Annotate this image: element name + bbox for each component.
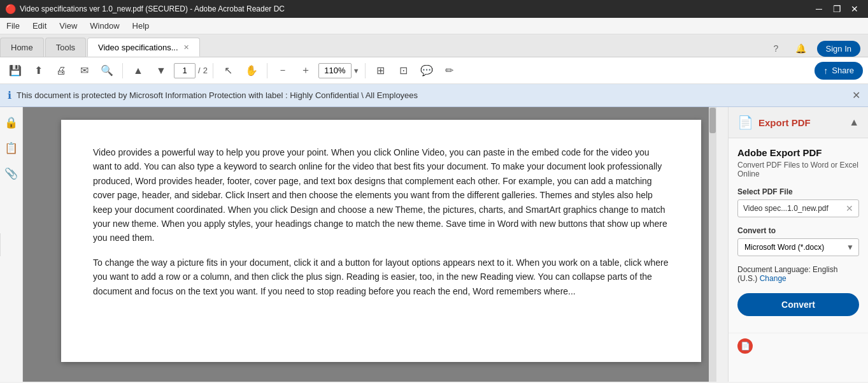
tab-bar: Home Tools Video specifications... ✕ ? 🔔… bbox=[0, 34, 868, 57]
pdf-area[interactable]: Video provides a powerful way to help yo… bbox=[23, 107, 716, 382]
tab-tools[interactable]: Tools bbox=[45, 38, 86, 57]
maximize-btn[interactable]: ❐ bbox=[829, 3, 845, 15]
nav-up-button[interactable]: ▲ bbox=[128, 61, 148, 81]
close-btn[interactable]: ✕ bbox=[846, 3, 863, 15]
menu-edit[interactable]: Edit bbox=[26, 18, 53, 33]
zoom-in-button[interactable]: ＋ bbox=[295, 61, 316, 81]
pdf-scrollbar[interactable] bbox=[709, 107, 716, 382]
right-panel-content: Adobe Export PDF Convert PDF Files to Wo… bbox=[729, 138, 868, 333]
title-controls[interactable]: ─ ❐ ✕ bbox=[811, 3, 863, 15]
bell-icon[interactable]: 🔔 bbox=[795, 43, 807, 55]
info-text: This document is protected by Microsoft … bbox=[17, 90, 418, 100]
email-button[interactable]: ✉ bbox=[74, 61, 94, 81]
tab-home-label: Home bbox=[11, 43, 33, 52]
lock-icon[interactable]: 🔒 bbox=[3, 113, 20, 131]
zoom-out-button[interactable]: － bbox=[273, 61, 293, 81]
export-description: Convert PDF Files to Word or Excel Onlin… bbox=[737, 161, 859, 178]
doc-language-row: Document Language: English (U.S.) Change bbox=[737, 265, 859, 283]
zoom-dropdown-icon[interactable]: ▼ bbox=[353, 67, 360, 75]
page-separator: / bbox=[198, 66, 201, 75]
create-pdf-icon: 📄 bbox=[737, 338, 753, 354]
info-close-icon[interactable]: ✕ bbox=[852, 89, 860, 101]
selected-file-name: Video spec...1.0_new.pdf bbox=[743, 204, 829, 213]
save-button[interactable]: 💾 bbox=[5, 61, 25, 81]
doc-language-label: Document Language: bbox=[737, 265, 811, 274]
info-icon: ℹ bbox=[8, 89, 11, 101]
pdf-page: Video provides a powerful way to help yo… bbox=[61, 120, 701, 362]
title-bar-left: 🔴 Video specifications ver 1.0_new.pdf (… bbox=[5, 4, 285, 14]
hand-tool[interactable]: ✋ bbox=[241, 61, 262, 81]
tab-close-icon[interactable]: ✕ bbox=[183, 43, 189, 52]
export-pdf-icon: 📄 bbox=[737, 115, 753, 130]
upload-button[interactable]: ⬆ bbox=[28, 61, 48, 81]
convert-to-wrapper: Microsoft Word (*.docx) Microsoft Excel … bbox=[737, 238, 859, 256]
page-total: 2 bbox=[203, 66, 208, 75]
toolbar-separator-1 bbox=[122, 63, 123, 78]
pdf-paragraph-1: Video provides a powerful way to help yo… bbox=[93, 145, 669, 245]
menu-bar: File Edit View Window Help bbox=[0, 18, 868, 34]
menu-file[interactable]: File bbox=[0, 18, 26, 33]
convert-to-label: Convert to bbox=[737, 226, 859, 235]
fit-page-button[interactable]: ⊞ bbox=[371, 61, 391, 81]
change-language-link[interactable]: Change bbox=[760, 274, 786, 283]
selected-file-box: Video spec...1.0_new.pdf ✕ bbox=[737, 199, 859, 217]
page-number-input[interactable] bbox=[174, 63, 196, 78]
adobe-export-title: Adobe Export PDF bbox=[737, 147, 859, 158]
pdf-scrollbar-thumb[interactable] bbox=[709, 108, 716, 133]
tab-document-label: Video specifications... bbox=[98, 43, 178, 52]
paperclip-icon[interactable]: 📎 bbox=[3, 164, 20, 182]
comment-button[interactable]: 💬 bbox=[416, 61, 437, 81]
convert-to-select[interactable]: Microsoft Word (*.docx) Microsoft Excel … bbox=[737, 238, 859, 256]
sign-in-button[interactable]: Sign In bbox=[817, 41, 860, 57]
tab-tools-label: Tools bbox=[56, 43, 75, 52]
left-sidebar: 🔒 📋 📎 bbox=[0, 107, 23, 382]
zoom-input[interactable] bbox=[318, 63, 352, 78]
minimize-btn[interactable]: ─ bbox=[811, 3, 827, 15]
title-bar: 🔴 Video specifications ver 1.0_new.pdf (… bbox=[0, 0, 868, 18]
pen-button[interactable]: ✏ bbox=[439, 61, 460, 81]
right-panel: 📄 Export PDF ▲ Adobe Export PDF Convert … bbox=[728, 107, 868, 382]
title-text: Video specifications ver 1.0_new.pdf (SE… bbox=[20, 4, 285, 13]
remove-file-icon[interactable]: ✕ bbox=[846, 203, 853, 213]
select-pdf-label: Select PDF File bbox=[737, 187, 859, 196]
convert-button[interactable]: Convert bbox=[737, 293, 859, 316]
nav-down-button[interactable]: ▼ bbox=[151, 61, 171, 81]
marquee-button[interactable]: ⊡ bbox=[394, 61, 414, 81]
toolbar-separator-3 bbox=[267, 63, 267, 78]
tab-home[interactable]: Home bbox=[0, 38, 44, 57]
pages-icon[interactable]: 📋 bbox=[3, 139, 20, 157]
tab-right-area: ? 🔔 Sign In bbox=[774, 41, 868, 57]
share-button[interactable]: ↑ Share bbox=[815, 62, 863, 80]
zoom-control: ▼ bbox=[318, 63, 360, 78]
help-circle-icon[interactable]: ? bbox=[774, 43, 785, 55]
tab-document[interactable]: Video specifications... ✕ bbox=[87, 38, 200, 57]
bottom-icon-area: 📄 bbox=[729, 333, 868, 359]
pointer-tool[interactable]: ↖ bbox=[218, 61, 239, 81]
info-bar: ℹ This document is protected by Microsof… bbox=[0, 84, 868, 107]
pdf-paragraph-2: To change the way a picture fits in your… bbox=[93, 256, 669, 298]
print-button[interactable]: 🖨 bbox=[51, 61, 71, 81]
share-label: Share bbox=[832, 66, 854, 75]
toolbar: 💾 ⬆ 🖨 ✉ 🔍 ▲ ▼ / 2 ↖ ✋ － ＋ ▼ ⊞ ⊡ 💬 ✏ ↑ Sh… bbox=[0, 57, 868, 84]
menu-window[interactable]: Window bbox=[83, 18, 125, 33]
search-button[interactable]: 🔍 bbox=[97, 61, 117, 81]
panel-expand-icon[interactable]: ▲ bbox=[849, 117, 859, 128]
toolbar-separator-4 bbox=[365, 63, 366, 78]
app-icon: 🔴 bbox=[5, 4, 16, 14]
export-pdf-label: Export PDF bbox=[758, 117, 811, 128]
menu-help[interactable]: Help bbox=[126, 18, 156, 33]
menu-view[interactable]: View bbox=[53, 18, 83, 33]
export-pdf-title: 📄 Export PDF bbox=[737, 115, 811, 130]
right-panel-header: 📄 Export PDF ▲ bbox=[729, 107, 868, 138]
toolbar-separator-2 bbox=[213, 63, 213, 78]
main-layout: 🔒 📋 📎 Video provides a powerful way to h… bbox=[0, 107, 868, 382]
share-icon: ↑ bbox=[823, 66, 828, 76]
panel-collapse-button[interactable]: ▶ bbox=[0, 233, 1, 256]
